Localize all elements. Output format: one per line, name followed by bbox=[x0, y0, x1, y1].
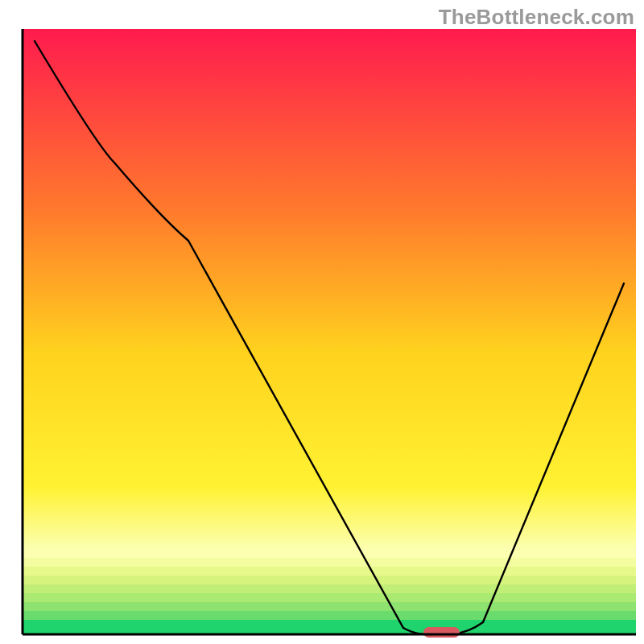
plot-area bbox=[23, 29, 636, 638]
svg-rect-5 bbox=[23, 593, 636, 602]
optimum-marker bbox=[423, 627, 460, 638]
svg-rect-7 bbox=[23, 611, 636, 620]
bottleneck-chart bbox=[0, 0, 644, 644]
svg-rect-6 bbox=[23, 602, 636, 611]
svg-rect-4 bbox=[23, 584, 636, 593]
gradient-band-floor bbox=[23, 620, 636, 634]
gradient-band-main bbox=[23, 29, 636, 549]
gradient-band-stripes bbox=[23, 549, 636, 620]
svg-rect-0 bbox=[23, 549, 636, 558]
chart-container: TheBottleneck.com bbox=[0, 0, 644, 644]
svg-rect-3 bbox=[23, 576, 636, 584]
svg-rect-2 bbox=[23, 567, 636, 576]
svg-rect-1 bbox=[23, 558, 636, 567]
